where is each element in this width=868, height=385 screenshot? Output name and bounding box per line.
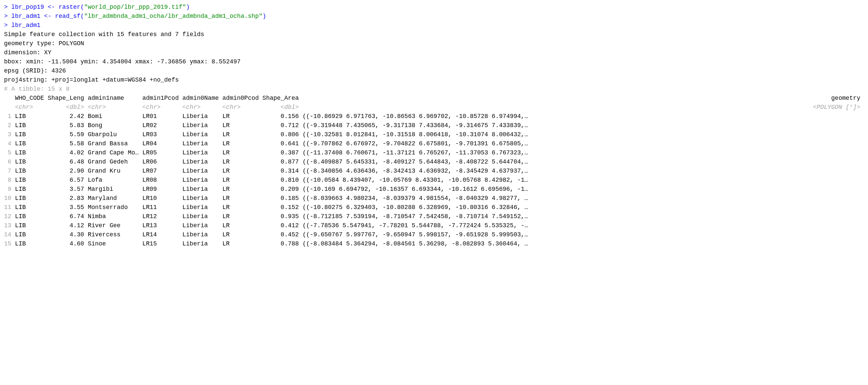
row-number: 7 bbox=[4, 167, 11, 176]
col-header-area: Shape_Area bbox=[262, 94, 303, 103]
cell-admin1-name: Grand Cape Mo… bbox=[88, 148, 142, 157]
cell-admin0-name: Liberia bbox=[182, 121, 222, 130]
cell-admin0-pcod: LR bbox=[222, 221, 262, 230]
row-number-spacer bbox=[4, 94, 11, 103]
row-number: 3 bbox=[4, 130, 11, 139]
row-number: 12 bbox=[4, 212, 11, 221]
tibble-type-row: <chr> <dbl> <chr> <chr> <chr> <chr> <dbl… bbox=[4, 103, 864, 112]
cell-admin0-pcod: LR bbox=[222, 148, 262, 157]
tibble-body: 1LIB2.42BomiLR01LiberiaLR0.156((-10.8692… bbox=[4, 112, 864, 248]
cell-geometry: ((-8.340856 4.636436, -8.342413 4.636932… bbox=[303, 167, 864, 176]
row-number: 2 bbox=[4, 121, 11, 130]
cell-admin1-pcod: LR07 bbox=[142, 167, 182, 176]
cell-geometry: ((-8.712185 7.539194, -8.710547 7.542458… bbox=[303, 212, 864, 221]
code-text: lbr_adm1 <- read_sf("lbr_admbnda_adm1_oc… bbox=[11, 13, 266, 20]
cell-shape-leng: 4.02 bbox=[48, 148, 88, 157]
cell-admin1-pcod: LR10 bbox=[142, 194, 182, 203]
sf-geometry-type: geometry type: POLYGON bbox=[4, 39, 864, 48]
cell-who-code: LIB bbox=[15, 212, 48, 221]
cell-shape-leng: 3.55 bbox=[48, 203, 88, 212]
col-header-who: WHO_CODE bbox=[15, 94, 48, 103]
cell-admin1-name: Bong bbox=[88, 121, 142, 130]
cell-admin0-pcod: LR bbox=[222, 157, 262, 167]
row-number: 14 bbox=[4, 230, 11, 239]
console-line-3: > lbr_adm1 bbox=[4, 21, 864, 30]
cell-admin0-name: Liberia bbox=[182, 212, 222, 221]
cell-geometry: ((-10.32581 8.012841, -10.31518 8.006418… bbox=[303, 130, 864, 139]
cell-admin1-name: Nimba bbox=[88, 212, 142, 221]
cell-shape-area: 0.452 bbox=[262, 230, 303, 239]
cell-shape-leng: 6.48 bbox=[48, 157, 88, 167]
table-row: 4LIB5.58Grand BassaLR04LiberiaLR0.641((-… bbox=[4, 139, 864, 148]
cell-admin0-name: Liberia bbox=[182, 139, 222, 148]
cell-admin0-name: Liberia bbox=[182, 112, 222, 121]
cell-admin1-name: Sinoe bbox=[88, 239, 142, 248]
cell-admin0-name: Liberia bbox=[182, 239, 222, 248]
table-row: 1LIB2.42BomiLR01LiberiaLR0.156((-10.8692… bbox=[4, 112, 864, 121]
cell-admin1-pcod: LR03 bbox=[142, 130, 182, 139]
col-type-leng: <dbl> bbox=[48, 103, 88, 112]
cell-admin0-pcod: LR bbox=[222, 239, 262, 248]
cell-admin1-pcod: LR09 bbox=[142, 185, 182, 194]
col-type-pcod1: <chr> bbox=[142, 103, 182, 112]
table-row: 6LIB6.48Grand GedehLR06LiberiaLR0.877((-… bbox=[4, 157, 864, 167]
prompt-symbol: > bbox=[4, 13, 11, 20]
cell-admin0-pcod: LR bbox=[222, 194, 262, 203]
cell-shape-leng: 2.90 bbox=[48, 167, 88, 176]
row-number: 9 bbox=[4, 185, 11, 194]
row-number: 11 bbox=[4, 203, 11, 212]
sf-epsg: epsg (SRID): 4326 bbox=[4, 66, 864, 76]
cell-shape-leng: 4.12 bbox=[48, 221, 88, 230]
cell-shape-leng: 4.60 bbox=[48, 239, 88, 248]
cell-admin1-pcod: LR14 bbox=[142, 230, 182, 239]
cell-shape-area: 0.935 bbox=[262, 212, 303, 221]
cell-admin0-pcod: LR bbox=[222, 203, 262, 212]
row-number: 4 bbox=[4, 139, 11, 148]
row-number: 6 bbox=[4, 157, 11, 167]
cell-admin1-pcod: LR02 bbox=[142, 121, 182, 130]
console-line-1: > lbr_pop19 <- raster("world_pop/lbr_ppp… bbox=[4, 3, 864, 12]
row-number: 1 bbox=[4, 112, 11, 121]
col-header-name: admin1name bbox=[88, 94, 142, 103]
cell-admin0-pcod: LR bbox=[222, 121, 262, 130]
cell-who-code: LIB bbox=[15, 130, 48, 139]
cell-admin0-pcod: LR bbox=[222, 185, 262, 194]
col-type-area: <dbl> bbox=[262, 103, 303, 112]
tibble-header-row: WHO_CODE Shape_Leng admin1name admin1Pco… bbox=[4, 94, 864, 103]
cell-shape-area: 0.209 bbox=[262, 185, 303, 194]
cell-admin0-name: Liberia bbox=[182, 148, 222, 157]
cell-admin1-pcod: LR08 bbox=[142, 176, 182, 185]
cell-admin1-pcod: LR11 bbox=[142, 203, 182, 212]
col-type-pcod0: <chr> bbox=[222, 103, 262, 112]
row-number: 5 bbox=[4, 148, 11, 157]
cell-who-code: LIB bbox=[15, 148, 48, 157]
col-header-leng: Shape_Leng bbox=[48, 94, 88, 103]
cell-who-code: LIB bbox=[15, 194, 48, 203]
cell-shape-leng: 2.83 bbox=[48, 194, 88, 203]
cell-geometry: ((-8.083484 5.364294, -8.084561 5.36298,… bbox=[303, 239, 864, 248]
cell-who-code: LIB bbox=[15, 112, 48, 121]
r-console-output[interactable]: > lbr_pop19 <- raster("world_pop/lbr_ppp… bbox=[4, 3, 864, 248]
cell-admin0-pcod: LR bbox=[222, 139, 262, 148]
cell-geometry: ((-10.86929 6.971763, -10.86563 6.969702… bbox=[303, 112, 864, 121]
cell-admin0-name: Liberia bbox=[182, 203, 222, 212]
cell-who-code: LIB bbox=[15, 185, 48, 194]
cell-admin1-name: Lofa bbox=[88, 176, 142, 185]
cell-geometry: ((-10.0584 8.439407, -10.05769 8.43301, … bbox=[303, 176, 864, 185]
cell-admin1-pcod: LR04 bbox=[142, 139, 182, 148]
cell-admin1-pcod: LR05 bbox=[142, 148, 182, 157]
table-row: 14LIB4.30RivercessLR14LiberiaLR0.452((-9… bbox=[4, 230, 864, 239]
sf-proj4: proj4string: +proj=longlat +datum=WGS84 … bbox=[4, 76, 864, 85]
console-line-2: > lbr_adm1 <- read_sf("lbr_admbnda_adm1_… bbox=[4, 12, 864, 21]
cell-admin1-name: Grand Kru bbox=[88, 167, 142, 176]
col-header-pcod1: admin1Pcod bbox=[142, 94, 182, 103]
cell-who-code: LIB bbox=[15, 230, 48, 239]
cell-who-code: LIB bbox=[15, 139, 48, 148]
cell-admin1-name: Gbarpolu bbox=[88, 130, 142, 139]
cell-shape-area: 0.412 bbox=[262, 221, 303, 230]
cell-geometry: ((-9.707862 6.676972, -9.704822 6.675801… bbox=[303, 139, 864, 148]
cell-who-code: LIB bbox=[15, 203, 48, 212]
cell-admin0-pcod: LR bbox=[222, 112, 262, 121]
row-number: 15 bbox=[4, 239, 11, 248]
col-type-admin0: <chr> bbox=[182, 103, 222, 112]
